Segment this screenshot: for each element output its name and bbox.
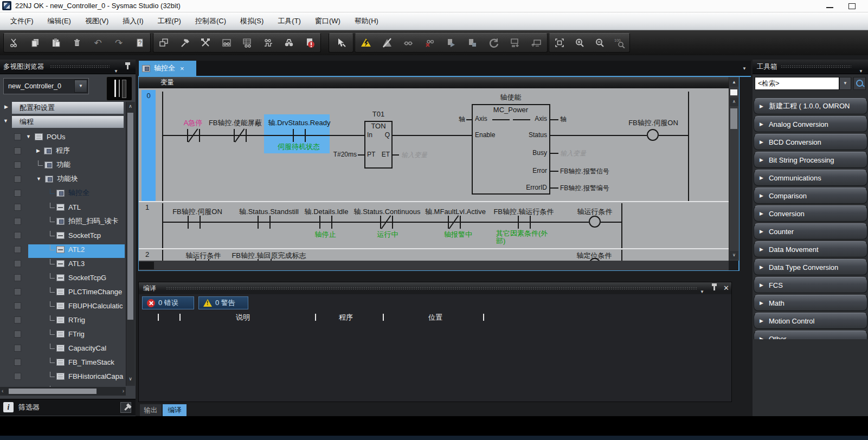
fb-checkbox[interactable] xyxy=(14,359,21,366)
tree-item-fb[interactable]: SocketTcpG xyxy=(0,271,126,284)
menu-project[interactable]: 工程(P) xyxy=(151,12,188,30)
transfer-from-controller-icon[interactable] xyxy=(528,35,544,51)
redo-icon[interactable]: ↷ xyxy=(111,35,127,51)
tab-close-icon[interactable]: × xyxy=(180,64,184,73)
tree-item-pous[interactable]: ▼ POUs xyxy=(0,130,126,143)
programs-checkbox[interactable] xyxy=(14,147,21,154)
fb-checkbox[interactable] xyxy=(14,204,21,211)
fb-checkbox[interactable] xyxy=(14,232,21,239)
monitor-glasses-icon[interactable] xyxy=(400,35,416,51)
fb-checkbox[interactable] xyxy=(14,274,21,281)
explorer-pin-icon[interactable] xyxy=(127,64,128,69)
scroll-up-icon[interactable]: ▲ xyxy=(730,78,738,87)
tree-item-fb[interactable]: SocketTcp xyxy=(0,229,126,242)
fb-checkbox[interactable] xyxy=(14,302,21,309)
scroll-down-icon[interactable]: ∨ xyxy=(730,251,738,260)
contact-label[interactable]: 轴.Status.Standstill xyxy=(239,207,299,217)
new-window-icon[interactable] xyxy=(156,35,172,51)
toolbox-search-input[interactable]: <检索> xyxy=(755,77,839,90)
pous-expand-icon[interactable]: ▼ xyxy=(26,134,31,139)
contact-label[interactable]: 轴.Status.Continuous xyxy=(354,207,421,217)
programming-expand-icon[interactable]: ▼ xyxy=(3,118,8,124)
fb-checkbox[interactable] xyxy=(14,260,21,267)
tree-item-fb[interactable]: FBHistoricalCapa xyxy=(0,370,126,383)
tab-axis-control[interactable]: 轴控全 × xyxy=(139,61,196,76)
column-divider[interactable] xyxy=(179,314,181,321)
contact-label[interactable]: FB轴控.使能屏蔽 xyxy=(209,118,262,128)
toolbox-item-data-movement[interactable]: ▶Data Movement xyxy=(754,241,867,257)
fb-checkbox[interactable] xyxy=(14,288,21,295)
tree-item-fb[interactable]: FB_TimeStack xyxy=(0,355,126,368)
fb-checkbox[interactable] xyxy=(14,246,21,253)
build-dropdown-icon[interactable]: ▼ xyxy=(700,286,704,298)
edit-pointer-icon[interactable] xyxy=(333,35,349,51)
search-dropdown-icon[interactable]: ▼ xyxy=(839,77,851,90)
scrollbar-thumb[interactable] xyxy=(139,262,154,269)
search-button[interactable] xyxy=(853,77,866,90)
menu-help[interactable]: 帮助(H) xyxy=(348,12,385,30)
no-contact[interactable] xyxy=(319,216,320,229)
paste-icon[interactable] xyxy=(48,35,64,51)
filter-bar[interactable]: i 筛选器 xyxy=(0,399,136,416)
fb-checkbox[interactable] xyxy=(14,373,21,380)
watch-table-icon[interactable] xyxy=(239,35,255,51)
toolbox-item-comparison[interactable]: ▶Comparison xyxy=(754,187,867,204)
editor-vertical-scrollbar[interactable]: ∧ ∨ xyxy=(729,88,739,261)
no-contact[interactable] xyxy=(518,216,519,229)
toolbox-item-new-project[interactable]: ▶新建工程 ( 1.0.0, OMRON xyxy=(754,98,867,114)
programs-expand-icon[interactable]: ▶ xyxy=(36,148,40,153)
timer-instance-label[interactable]: T01 xyxy=(372,110,384,118)
ladder-editor[interactable]: 0 A急停 FB轴控.使能屏蔽 轴.DrvStatus.Ready 伺服待机状态 xyxy=(139,88,729,261)
zoom-out-icon[interactable] xyxy=(591,35,608,51)
output-coil[interactable] xyxy=(647,129,659,141)
fb-checkbox[interactable] xyxy=(14,331,21,338)
no-contact[interactable] xyxy=(258,216,259,229)
tree-item-fb[interactable]: ATL xyxy=(0,200,126,213)
maximize-button[interactable] xyxy=(848,3,856,9)
warnings-filter-button[interactable]: 0 警告 xyxy=(198,296,248,309)
errorid-value[interactable]: FB轴控.报警编号 xyxy=(560,184,609,193)
build-hammer-icon[interactable] xyxy=(177,35,193,51)
tab-build[interactable]: 编译 xyxy=(163,404,187,416)
no-contact[interactable] xyxy=(293,129,294,142)
nc-contact[interactable] xyxy=(380,216,381,229)
column-divider[interactable] xyxy=(158,314,159,321)
nc-contact[interactable] xyxy=(187,129,188,142)
toolbox-item-fcs[interactable]: ▶FCS xyxy=(754,277,867,293)
output-coil[interactable] xyxy=(589,216,601,228)
monitor-stop-icon[interactable] xyxy=(422,35,438,51)
controller-selector[interactable]: new_Controller_0 ▼ xyxy=(3,78,89,94)
contact-label[interactable]: 轴运行条件 xyxy=(186,251,221,261)
section-config[interactable]: 配置和设置 xyxy=(12,102,124,114)
pulse-monitor-icon[interactable] xyxy=(260,35,277,51)
tab-output[interactable]: 输出 xyxy=(140,404,162,416)
error-list-icon[interactable] xyxy=(302,35,318,51)
errors-filter-button[interactable]: 0 错误 xyxy=(142,296,194,309)
rung2-number[interactable]: 2 xyxy=(145,250,149,258)
undo-icon[interactable]: ↶ xyxy=(90,35,106,51)
filter-pin-icon[interactable] xyxy=(120,402,131,413)
axis-input-var[interactable]: 轴 xyxy=(450,115,465,124)
search-binoculars-icon[interactable] xyxy=(281,35,297,51)
editor-horizontal-scrollbar[interactable] xyxy=(139,261,729,270)
rung1-number[interactable]: 1 xyxy=(145,203,149,211)
cut-icon[interactable] xyxy=(6,35,22,51)
column-divider[interactable] xyxy=(315,314,316,321)
menu-simulation[interactable]: 模拟(S) xyxy=(233,12,271,30)
section-programming[interactable]: 编程 xyxy=(12,116,124,128)
toolbox-item-analog-conversion[interactable]: ▶Analog Conversion xyxy=(754,116,867,132)
toolbox-item-communications[interactable]: ▶Communications xyxy=(754,170,867,186)
contact-label[interactable]: 轴.DrvStatus.Ready xyxy=(268,118,331,128)
menu-view[interactable]: 视图(V) xyxy=(78,12,115,30)
tree-item-fb[interactable]: PLCTimeChange xyxy=(0,285,126,298)
et-value-placeholder[interactable]: 输入变量 xyxy=(401,151,427,160)
tree-item-fb[interactable]: FBUPHCalculatic xyxy=(0,299,126,312)
functions-checkbox[interactable] xyxy=(14,161,21,169)
scroll-up-icon[interactable]: ∧ xyxy=(730,98,738,106)
toolbox-item-counter[interactable]: ▶Counter xyxy=(754,223,867,240)
scroll-left-icon[interactable]: ‹ xyxy=(2,388,3,394)
build-close-icon[interactable]: ✕ xyxy=(723,282,729,294)
coil-label[interactable]: 轴定位条件 xyxy=(577,251,612,261)
run-icon[interactable] xyxy=(443,35,459,51)
nc-contact[interactable] xyxy=(448,216,449,229)
